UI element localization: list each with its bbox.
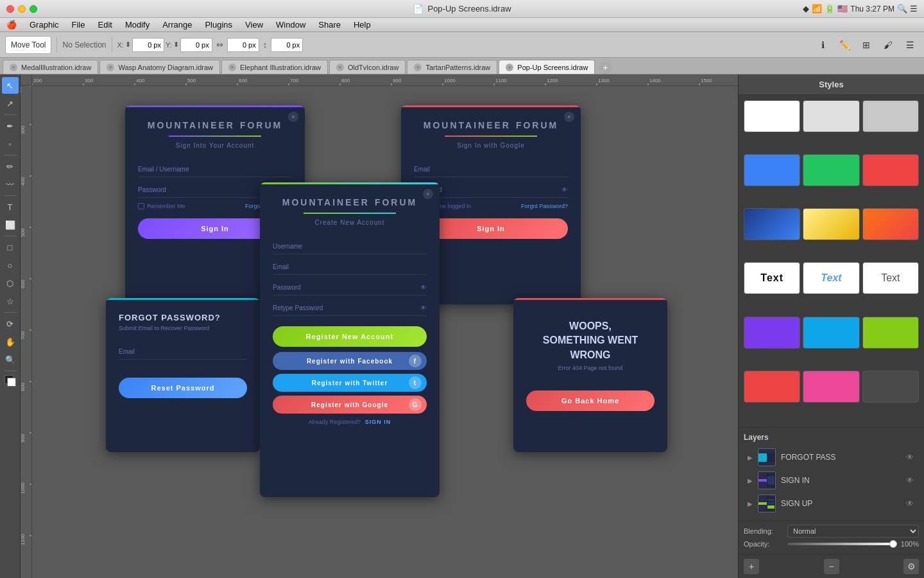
tab-wasp[interactable]: × Wasp Anatomy Diagram.idraw	[99, 60, 220, 74]
tab-close-wasp[interactable]: ×	[107, 64, 114, 71]
tab-close-popup[interactable]: ×	[506, 64, 513, 71]
maximize-button[interactable]	[30, 5, 37, 13]
style-swatch-text-bold[interactable]: Text	[744, 262, 800, 294]
register-twitter-button[interactable]: Register with Twitter t	[273, 374, 427, 392]
forgot-email-input[interactable]: Email	[119, 344, 247, 360]
tab-add-button[interactable]: +	[599, 61, 612, 74]
signin-remember-checkbox[interactable]	[138, 203, 144, 209]
layer-signup-eye[interactable]: 👁	[905, 498, 915, 509]
menu-plugins[interactable]: Plugins	[198, 18, 239, 31]
style-swatch-gray1[interactable]	[803, 100, 859, 132]
grid-button[interactable]: ⊞	[857, 36, 875, 54]
minimize-button[interactable]	[18, 5, 26, 13]
tab-oldtv[interactable]: × OldTvIcon.idraw	[329, 60, 406, 74]
style-swatch-red2[interactable]	[744, 371, 800, 403]
tab-close-medal[interactable]: ×	[10, 64, 17, 71]
register-facebook-button[interactable]: Register with Facebook f	[273, 352, 427, 370]
hand-tool[interactable]: ✋	[2, 333, 19, 350]
info-button[interactable]: ℹ	[814, 36, 832, 54]
menu-graphic[interactable]: Graphic	[23, 18, 65, 31]
tab-tartan[interactable]: × TartanPatterns.idraw	[407, 60, 497, 74]
tab-elephant[interactable]: × Elephant Illustration.idraw	[221, 60, 328, 74]
style-swatch-gray2[interactable]	[862, 100, 919, 132]
signin-email-input[interactable]: Email / Username	[138, 162, 292, 177]
anchor-tool[interactable]: ◦	[2, 136, 19, 152]
y-input[interactable]	[180, 38, 212, 52]
menu-share[interactable]: Share	[312, 18, 347, 31]
signin-google-close-btn[interactable]: ×	[564, 112, 574, 122]
style-swatch-orange-grad[interactable]	[862, 208, 919, 240]
star-tool[interactable]: ☆	[2, 293, 19, 310]
tab-close-oldtv[interactable]: ×	[336, 64, 344, 71]
register-button[interactable]: Register New Account	[273, 326, 427, 347]
layer-sign-up[interactable]: ▶ SIGN UP 👁	[744, 492, 919, 515]
tab-popup[interactable]: × Pop-Up Screens.idraw	[499, 60, 595, 74]
create-username-input[interactable]: Username	[273, 239, 427, 254]
menu-icon[interactable]: ☰	[910, 4, 918, 13]
signin-google-eye-icon[interactable]: 👁	[561, 186, 568, 193]
move-tool[interactable]: Move Tool	[5, 36, 51, 54]
style-swatch-cyan[interactable]	[803, 317, 859, 349]
create-retype-eye-icon[interactable]: 👁	[420, 304, 427, 311]
polygon-tool[interactable]: ⬡	[2, 275, 19, 292]
panel-settings-button[interactable]: ⚙	[903, 559, 919, 574]
menu-view[interactable]: View	[239, 18, 270, 31]
reset-password-button[interactable]: Reset Password	[119, 378, 247, 398]
menu-modify[interactable]: Modify	[119, 18, 156, 31]
create-retype-input[interactable]: Retype Password 👁	[273, 301, 427, 316]
menu-arrange[interactable]: Arrange	[156, 18, 198, 31]
blending-select[interactable]: Normal Multiply Screen Overlay	[787, 525, 919, 538]
text-tool[interactable]: T	[2, 198, 19, 215]
style-swatch-text-normal[interactable]: Text	[862, 262, 919, 294]
style-swatch-yellow-grad[interactable]	[803, 208, 859, 240]
layers-button[interactable]: ☰	[901, 36, 919, 54]
w-input[interactable]	[227, 38, 259, 52]
signin-google-forgot-link[interactable]: Forgot Password?	[521, 203, 568, 209]
layer-forgot-pass[interactable]: ▶ FORGOT PASS 👁	[744, 446, 919, 469]
pen-tool[interactable]: ✒	[2, 118, 19, 134]
style-swatch-text-blue[interactable]: Text	[803, 262, 859, 294]
menu-file[interactable]: File	[65, 18, 92, 31]
style-swatch-blue[interactable]	[744, 154, 800, 186]
create-close-btn[interactable]: ×	[423, 189, 433, 199]
menu-help[interactable]: Help	[347, 18, 377, 31]
panel-minus-button[interactable]: −	[824, 559, 839, 574]
style-swatch-red[interactable]	[862, 154, 919, 186]
zoom-tool[interactable]: 🔍	[2, 351, 19, 368]
create-password-input[interactable]: Password 👁	[273, 280, 427, 295]
opacity-slider[interactable]	[787, 543, 897, 545]
opacity-thumb[interactable]	[889, 540, 897, 548]
apple-menu[interactable]: 🍎	[0, 18, 23, 31]
menu-window[interactable]: Window	[270, 18, 312, 31]
layer-sign-in[interactable]: ▶ SIGN IN 👁	[744, 469, 919, 492]
pencil-tool[interactable]: ✏	[2, 158, 19, 175]
tab-close-elephant[interactable]: ×	[228, 64, 236, 71]
traffic-lights[interactable]	[6, 5, 37, 13]
style-swatch-lime[interactable]	[862, 317, 919, 349]
sign-in-link[interactable]: SIGN IN	[365, 419, 391, 425]
tab-close-tartan[interactable]: ×	[414, 64, 422, 71]
rectangle-tool[interactable]: □	[2, 239, 19, 256]
layer-forgot-eye[interactable]: 👁	[905, 452, 915, 462]
image-tool[interactable]: ⬜	[2, 216, 19, 233]
style-swatch-green[interactable]	[803, 154, 859, 186]
color-swatches[interactable]	[3, 374, 17, 388]
x-input[interactable]	[132, 38, 164, 52]
paint-brush-tool[interactable]: 〰	[2, 176, 19, 193]
style-swatch-blue-grad[interactable]	[744, 208, 800, 240]
create-email-input[interactable]: Email	[273, 259, 427, 275]
panel-add-button[interactable]: +	[744, 559, 759, 574]
menu-edit[interactable]: Edit	[91, 18, 118, 31]
signin-google-email-input[interactable]: Email	[414, 162, 568, 177]
paint-button[interactable]: 🖌	[879, 36, 897, 54]
tab-medal[interactable]: × MedalIllustration.idraw	[3, 60, 98, 74]
ellipse-tool[interactable]: ○	[2, 257, 19, 274]
canvas-scroll[interactable]: × MOUNTAINEER FORUM Sign Into Your Accou…	[32, 86, 738, 578]
search-icon[interactable]: 🔍	[897, 4, 907, 13]
select-tool[interactable]: ↖	[2, 77, 19, 94]
style-swatch-pink[interactable]	[803, 371, 859, 403]
h-input[interactable]	[271, 38, 303, 52]
style-swatch-white1[interactable]	[744, 100, 800, 132]
create-eye-icon[interactable]: 👁	[420, 284, 427, 291]
pen-button[interactable]: ✏️	[835, 36, 853, 54]
